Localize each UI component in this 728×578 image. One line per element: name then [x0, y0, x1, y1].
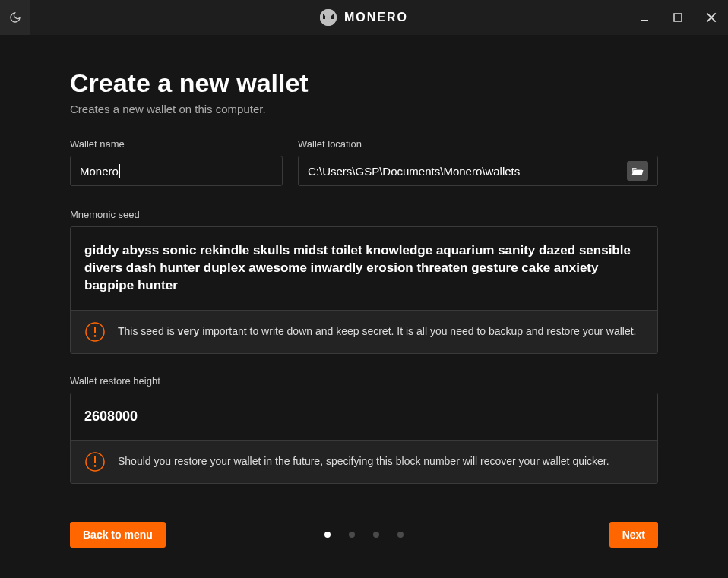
warning-icon [84, 321, 106, 343]
window-controls [628, 0, 728, 35]
mnemonic-section: Mnemonic seed giddy abyss sonic rekindle… [70, 209, 658, 354]
mnemonic-warning-text: This seed is very important to write dow… [118, 324, 637, 340]
wallet-location-value: C:\Users\GSP\Documents\Monero\wallets [308, 165, 621, 178]
next-button[interactable]: Next [609, 522, 658, 548]
close-button[interactable] [695, 0, 728, 35]
step-dot-3[interactable] [373, 532, 379, 538]
maximize-button[interactable] [661, 0, 695, 35]
titlebar: MONERO [0, 0, 728, 35]
step-dot-4[interactable] [397, 532, 404, 538]
restore-section: Wallet restore height 2608000 Should you… [70, 375, 658, 484]
mnemonic-warning: This seed is very important to write dow… [71, 310, 657, 353]
text-cursor [119, 164, 120, 178]
warning-pre: This seed is [118, 325, 178, 337]
app-title: MONERO [344, 11, 408, 24]
restore-warning-text: Should you restore your wallet in the fu… [118, 454, 609, 469]
footer: Back to menu Next [70, 522, 658, 548]
mnemonic-seed-text: giddy abyss sonic rekindle skulls midst … [71, 227, 657, 310]
close-icon [705, 11, 717, 24]
maximize-icon [673, 12, 683, 23]
minimize-icon [639, 12, 650, 23]
wallet-name-input[interactable]: Monero [70, 156, 283, 186]
wallet-fields-row: Wallet name Monero Wallet location C:\Us… [70, 138, 658, 186]
wallet-name-field: Wallet name Monero [70, 138, 283, 186]
svg-point-0 [320, 9, 337, 26]
step-dot-2[interactable] [349, 532, 355, 538]
moon-icon [9, 11, 21, 24]
content: Create a new wallet Creates a new wallet… [0, 35, 728, 484]
mnemonic-label: Mnemonic seed [70, 209, 658, 220]
step-dot-1[interactable] [324, 532, 331, 538]
folder-open-icon [631, 166, 644, 176]
svg-point-7 [94, 335, 97, 337]
progress-dots [324, 532, 404, 538]
wallet-name-label: Wallet name [70, 138, 283, 150]
warning-icon [84, 451, 106, 472]
monero-logo-icon [320, 9, 337, 26]
mnemonic-box: giddy abyss sonic rekindle skulls midst … [70, 226, 658, 354]
wallet-location-label: Wallet location [298, 138, 658, 150]
warning-bold: very [178, 325, 200, 337]
wallet-location-field: Wallet location C:\Users\GSP\Documents\M… [298, 138, 658, 186]
restore-box: 2608000 Should you restore your wallet i… [70, 393, 658, 484]
restore-label: Wallet restore height [70, 375, 658, 387]
browse-button[interactable] [627, 161, 648, 181]
page-title: Create a new wallet [70, 68, 658, 98]
restore-height-value: 2608000 [71, 393, 657, 440]
svg-point-10 [94, 465, 97, 467]
page-subtitle: Creates a new wallet on this computer. [70, 103, 658, 115]
theme-toggle-button[interactable] [0, 0, 30, 35]
svg-rect-2 [674, 14, 682, 21]
wallet-name-value: Monero [80, 165, 119, 178]
restore-warning: Should you restore your wallet in the fu… [71, 440, 657, 483]
wallet-location-input[interactable]: C:\Users\GSP\Documents\Monero\wallets [298, 156, 658, 186]
warning-post: important to write down and keep secret.… [199, 325, 636, 337]
title-center: MONERO [320, 9, 408, 26]
back-button[interactable]: Back to menu [70, 522, 166, 548]
minimize-button[interactable] [628, 0, 661, 35]
